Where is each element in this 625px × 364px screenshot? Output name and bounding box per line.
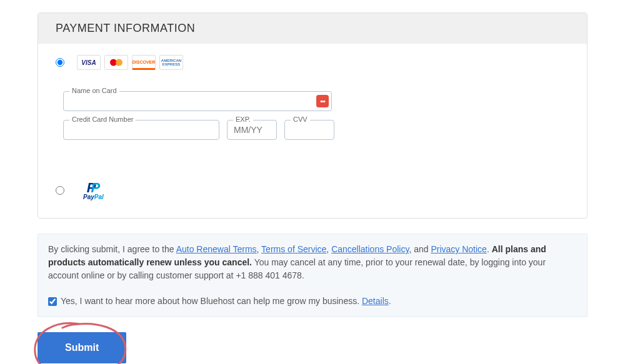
- card-brand-icons: VISA DISCOVER AMERICAN EXPRESS: [77, 55, 183, 70]
- submit-wrap: Submit: [38, 332, 126, 363]
- optin-checkbox[interactable]: [48, 297, 57, 306]
- paypal-radio[interactable]: [56, 186, 64, 195]
- cc-number-label: Credit Card Number: [69, 116, 136, 123]
- terms-prefix: By clicking submit, I agree to the: [48, 244, 176, 254]
- amex-icon: AMERICAN EXPRESS: [159, 55, 183, 70]
- visa-icon: VISA: [77, 55, 101, 70]
- cvv-label: CVV: [291, 116, 310, 123]
- card-details-row: Credit Card Number EXP. CVV: [63, 120, 569, 149]
- cc-number-group: Credit Card Number: [63, 120, 219, 140]
- tos-link[interactable]: Terms of Service: [261, 244, 326, 254]
- exp-label: EXP.: [233, 116, 253, 123]
- terms-period: .: [487, 244, 492, 254]
- terms-and: , and: [409, 244, 431, 254]
- privacy-link[interactable]: Privacy Notice: [431, 244, 486, 254]
- submit-button[interactable]: Submit: [38, 332, 126, 363]
- name-on-card-label: Name on Card: [69, 87, 119, 94]
- optin-text: Yes, I want to hear more about how Blueh…: [61, 296, 362, 306]
- panel-body: VISA DISCOVER AMERICAN EXPRESS Name on C…: [38, 44, 587, 218]
- credit-card-method-row: VISA DISCOVER AMERICAN EXPRESS: [56, 55, 569, 70]
- name-on-card-group: Name on Card •••: [63, 91, 332, 111]
- paypal-icon: PP PayPal: [83, 180, 104, 200]
- password-manager-icon[interactable]: •••: [316, 95, 329, 107]
- card-fields: Name on Card ••• Credit Card Number EXP.…: [56, 76, 569, 149]
- discover-icon: DISCOVER: [132, 55, 156, 70]
- optin-row: Yes, I want to hear more about how Blueh…: [48, 295, 577, 308]
- optin-details-link[interactable]: Details: [362, 296, 389, 306]
- terms-box: By clicking submit, I agree to the Auto …: [38, 234, 588, 317]
- cvv-group: CVV: [284, 120, 334, 140]
- payment-panel: PAYMENT INFORMATION VISA DISCOVER AMERIC…: [38, 12, 588, 219]
- credit-card-radio[interactable]: [56, 58, 64, 67]
- cancellations-link[interactable]: Cancellations Policy: [331, 244, 409, 254]
- paypal-method-row: PP PayPal: [56, 180, 569, 200]
- exp-group: EXP.: [227, 120, 277, 140]
- panel-title: PAYMENT INFORMATION: [38, 13, 587, 44]
- auto-renewal-link[interactable]: Auto Renewal Terms: [176, 244, 257, 254]
- mastercard-icon: [104, 55, 128, 70]
